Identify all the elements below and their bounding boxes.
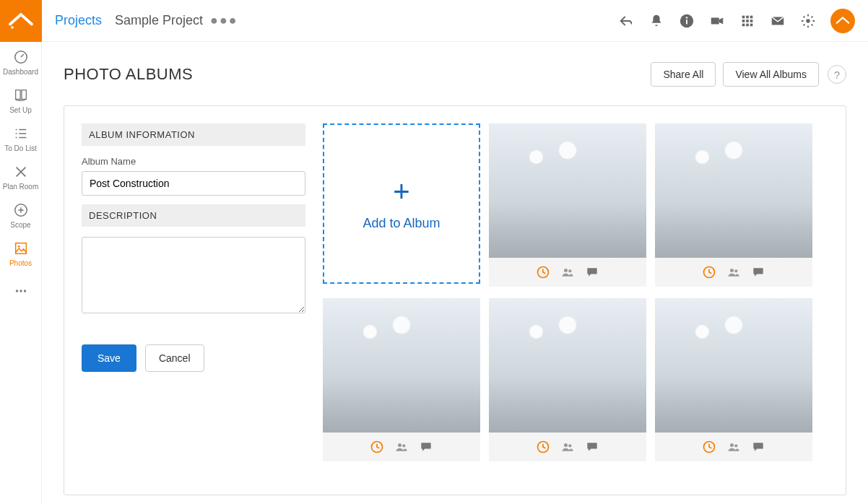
photo-thumbnail[interactable] [489,123,646,258]
app-logo[interactable] [0,0,42,42]
breadcrumb-more[interactable]: ●●● [210,13,238,28]
svg-point-27 [730,269,734,272]
chat-icon[interactable] [585,265,599,279]
svg-point-31 [402,444,405,447]
sidebar-item-dashboard[interactable]: Dashboard [0,42,42,80]
video-icon[interactable] [709,13,725,29]
svg-rect-17 [750,19,753,22]
activity-icon[interactable] [536,440,550,454]
info-icon[interactable] [679,13,695,29]
tools-icon [13,164,29,180]
svg-rect-12 [742,15,745,18]
breadcrumb-root[interactable]: Projects [55,13,102,28]
book-icon [13,87,29,103]
svg-point-22 [806,19,810,23]
help-button[interactable]: ? [828,65,846,84]
section-description: DESCRIPTION [82,204,305,227]
chat-icon[interactable] [751,265,765,279]
sidebar-more[interactable] [0,276,42,303]
photo-thumbnail[interactable] [655,298,812,433]
view-all-albums-button[interactable]: View All Albums [723,62,819,87]
sidebar-item-label: Dashboard [3,68,38,76]
mail-icon[interactable] [770,13,786,29]
topbar: Projects Sample Project ●●● [42,0,868,42]
svg-rect-15 [742,19,745,22]
add-to-album-label: Add to Album [363,216,440,231]
save-button[interactable]: Save [82,344,136,372]
photo-card [655,298,812,461]
reply-icon[interactable] [618,13,634,29]
bell-icon[interactable] [648,13,664,29]
svg-point-37 [734,444,737,447]
sidebar: Dashboard Set Up To Do List Plan Room Sc… [0,0,42,504]
svg-point-6 [19,290,22,292]
sidebar-item-label: Plan Room [3,183,38,191]
album-panel: ALBUM INFORMATION Album Name DESCRIPTION… [64,105,846,495]
avatar[interactable] [830,9,855,33]
sidebar-item-setup[interactable]: Set Up [0,80,42,118]
chat-icon[interactable] [751,440,765,454]
svg-point-0 [11,26,14,29]
sidebar-item-label: Scope [10,221,30,229]
svg-point-25 [568,269,571,272]
share-all-button[interactable]: Share All [651,62,716,87]
sidebar-item-planroom[interactable]: Plan Room [0,157,42,195]
gear-icon[interactable] [800,13,816,29]
svg-point-10 [686,17,687,18]
sidebar-item-scope[interactable]: Scope [0,195,42,233]
svg-rect-19 [746,23,749,26]
roof-icon [8,8,34,34]
svg-rect-16 [746,19,749,22]
more-horizontal-icon [13,283,29,299]
sidebar-item-label: Photos [9,259,32,267]
description-textarea[interactable] [82,237,305,313]
people-icon[interactable] [726,440,741,454]
people-icon[interactable] [394,440,409,454]
chat-icon[interactable] [419,440,433,454]
activity-icon[interactable] [536,265,550,279]
photo-card [489,123,646,287]
add-to-album-tile[interactable]: + Add to Album [323,123,480,284]
photo-thumbnail[interactable] [323,298,480,433]
page-title: PHOTO ALBUMS [64,65,193,84]
svg-rect-9 [686,19,687,24]
svg-point-33 [564,443,568,447]
activity-icon[interactable] [370,440,384,454]
breadcrumb-current: Sample Project [115,13,203,28]
roof-icon [835,13,851,29]
people-icon[interactable] [560,265,575,279]
people-icon[interactable] [726,265,741,279]
photo-thumbnail[interactable] [655,123,812,258]
section-album-information: ALBUM INFORMATION [82,123,305,146]
svg-point-4 [17,246,19,248]
activity-icon[interactable] [702,440,716,454]
svg-point-30 [398,443,402,447]
people-icon[interactable] [560,440,575,454]
chat-icon[interactable] [585,440,599,454]
album-name-input[interactable] [82,171,305,196]
photo-thumbnail[interactable] [489,298,646,433]
list-icon [13,126,29,142]
svg-point-24 [564,269,568,272]
sidebar-item-label: Set Up [9,106,32,114]
svg-rect-3 [15,243,26,254]
photo-card [655,123,812,287]
photo-card [323,298,480,461]
svg-point-36 [730,443,734,447]
sidebar-item-todolist[interactable]: To Do List [0,118,42,157]
plus-circle-icon [13,202,29,218]
image-icon [13,240,29,256]
svg-rect-13 [746,15,749,18]
svg-point-5 [15,290,17,292]
cancel-button[interactable]: Cancel [145,344,204,372]
svg-point-28 [734,269,737,272]
album-name-label: Album Name [82,156,305,167]
svg-rect-20 [750,23,753,26]
sidebar-item-photos[interactable]: Photos [0,233,42,271]
svg-rect-14 [750,15,753,18]
svg-rect-11 [711,17,719,24]
apps-icon[interactable] [739,13,755,29]
svg-rect-18 [742,23,745,26]
gauge-icon [13,49,29,65]
activity-icon[interactable] [702,265,716,279]
